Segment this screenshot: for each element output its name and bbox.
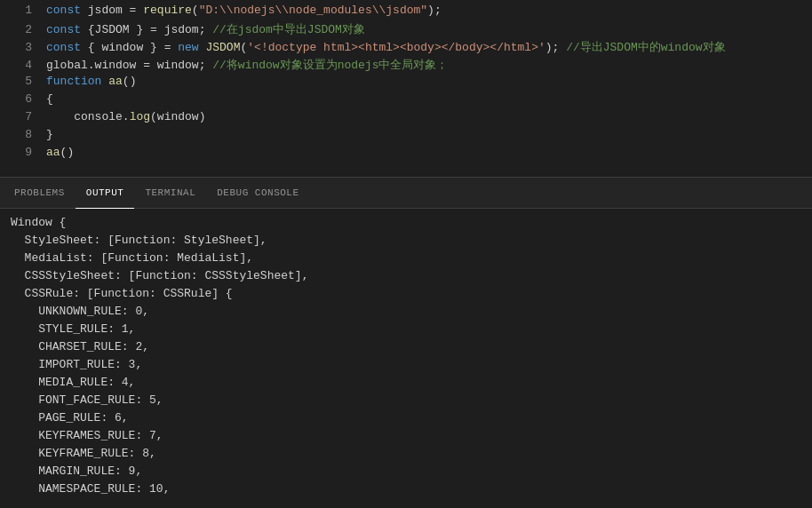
line-number: 7 <box>7 110 32 123</box>
code-content: aa() <box>46 146 74 159</box>
token-fn: require <box>143 4 192 17</box>
token-plain: ) <box>199 110 206 123</box>
code-content: { <box>46 92 53 106</box>
token-plain: . <box>123 110 130 123</box>
output-line: CHARSET_RULE: 2, <box>11 338 801 356</box>
token-plain <box>46 110 74 123</box>
output-line: STYLE_RULE: 1, <box>11 321 801 338</box>
token-fn: log <box>130 110 150 123</box>
line-number: 4 <box>7 59 32 72</box>
code-line: 7 console.log(window) <box>0 110 812 128</box>
token-plain: () <box>123 75 137 88</box>
code-content: } <box>46 128 53 141</box>
output-line: MARGIN_RULE: 9, <box>11 463 801 480</box>
token-plain: { window } = <box>81 41 178 54</box>
token-plain: jsdom = <box>81 4 143 17</box>
line-number: 2 <box>7 23 32 36</box>
tab-debug-console[interactable]: DEBUG CONSOLE <box>206 178 309 209</box>
token-comment: //在jsdom中导出JSDOM对象 <box>212 23 365 36</box>
code-line: 6{ <box>0 92 812 110</box>
code-content: const jsdom = require("D:\\nodejs\\node_… <box>46 4 442 17</box>
output-line: CSSRule: [Function: CSSRule] { <box>11 285 801 303</box>
code-content: function aa() <box>46 75 136 88</box>
token-comment: //将window对象设置为nodejs中全局对象； <box>212 59 448 72</box>
output-line: KEYFRAME_RULE: 8, <box>11 445 801 463</box>
tab-terminal[interactable]: TERMINAL <box>134 178 206 209</box>
output-line: NAMESPACE_RULE: 10, <box>11 480 801 498</box>
code-line: 4global.window = window; //将window对象设置为n… <box>0 57 812 75</box>
token-plain: {JSDOM } = jsdom; <box>81 23 212 36</box>
code-line: 3const { window } = new JSDOM('<!doctype… <box>0 39 812 57</box>
output-line: UNKNOWN_RULE: 0, <box>11 303 801 321</box>
output-line: KEYFRAMES_RULE: 7, <box>11 427 801 445</box>
token-str: "D:\\nodejs\\node_modules\\jsdom" <box>199 4 427 17</box>
token-plain: console <box>74 110 123 123</box>
token-plain: global.window = window; <box>46 59 212 72</box>
output-line: MediaList: [Function: MediaList], <box>11 250 801 267</box>
line-number: 1 <box>7 4 32 17</box>
token-str: '<!doctype html><html><body></body></htm… <box>247 41 545 54</box>
token-kw: function <box>46 75 101 88</box>
editor-area: 1const jsdom = require("D:\\nodejs\\node… <box>0 0 812 178</box>
token-plain: ( <box>192 4 199 17</box>
token-fn: aa <box>108 75 123 88</box>
output-line: MEDIA_RULE: 4, <box>11 374 801 392</box>
line-number: 8 <box>7 128 32 141</box>
token-plain: () <box>60 146 75 159</box>
token-kw: const <box>46 23 81 36</box>
tab-problems[interactable]: PROBLEMS <box>4 178 76 209</box>
code-content: console.log(window) <box>46 110 205 123</box>
output-line: StyleSheet: [Function: StyleSheet], <box>11 232 801 250</box>
token-plain: } <box>46 128 53 141</box>
output-line: FONT_FACE_RULE: 5, <box>11 392 801 409</box>
code-line: 5function aa() <box>0 75 812 92</box>
code-content: const {JSDOM } = jsdom; //在jsdom中导出JSDOM… <box>46 21 365 37</box>
output-line: Window { <box>11 214 801 232</box>
code-line: 9aa() <box>0 146 812 163</box>
token-plain: { <box>46 92 53 106</box>
token-plain: ); <box>545 41 566 54</box>
output-area: Window { StyleSheet: [Function: StyleShe… <box>0 209 812 508</box>
token-plain: window <box>157 110 199 123</box>
token-fn: JSDOM <box>205 41 240 54</box>
token-plain: ); <box>427 4 442 17</box>
token-comment: //导出JSDOM中的window对象 <box>566 41 725 54</box>
code-line: 1const jsdom = require("D:\\nodejs\\node… <box>0 4 812 21</box>
output-line: PAGE_RULE: 6, <box>11 409 801 427</box>
token-fn: aa <box>46 146 60 159</box>
output-line: IMPORT_RULE: 3, <box>11 356 801 374</box>
token-plain: ( <box>150 110 157 123</box>
panel-tabs: PROBLEMSOUTPUTTERMINALDEBUG CONSOLE <box>0 178 812 209</box>
code-line: 2const {JSDOM } = jsdom; //在jsdom中导出JSDO… <box>0 21 812 39</box>
line-number: 5 <box>7 75 32 88</box>
output-line: CSSStyleSheet: [Function: CSSStyleSheet]… <box>11 267 801 285</box>
code-content: const { window } = new JSDOM('<!doctype … <box>46 39 726 55</box>
line-number: 9 <box>7 146 32 159</box>
line-number: 6 <box>7 92 32 106</box>
token-kw: new <box>178 41 198 54</box>
token-kw: const <box>46 4 81 17</box>
token-kw: const <box>46 41 81 54</box>
code-line: 8} <box>0 128 812 146</box>
code-content: global.window = window; //将window对象设置为no… <box>46 57 448 73</box>
tab-output[interactable]: OUTPUT <box>76 178 135 209</box>
line-number: 3 <box>7 41 32 54</box>
